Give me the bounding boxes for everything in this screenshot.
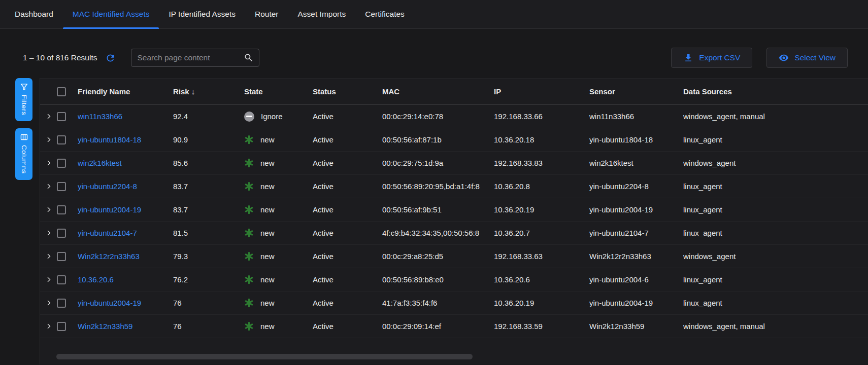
expand-chevron-icon[interactable]: [46, 253, 52, 260]
row-checkbox[interactable]: [57, 229, 66, 238]
ip-value: 192.168.33.63: [494, 252, 589, 261]
status-value: Active: [313, 112, 382, 121]
column-header-data-sources[interactable]: Data Sources: [683, 87, 868, 96]
tab-ip-identified-assets[interactable]: IP Identified Assets: [159, 0, 245, 28]
new-state-icon: [244, 135, 254, 144]
mac-value: 00:0c:29:75:1d:9a: [382, 159, 494, 167]
friendly-name-link[interactable]: win11n33h66: [78, 112, 122, 121]
column-header-state[interactable]: State: [244, 87, 313, 96]
data-sources-value: linux_agent: [683, 205, 868, 214]
state-label: new: [260, 159, 275, 167]
table-row[interactable]: yin-ubuntu2104-7 81.5 new Active 4f:c9:b…: [40, 222, 868, 245]
table-row[interactable]: yin-ubuntu2204-8 83.7 new Active 00:50:5…: [40, 175, 868, 198]
friendly-name-link[interactable]: yin-ubuntu1804-18: [78, 135, 141, 144]
status-value: Active: [313, 252, 382, 261]
data-sources-value: windows_agent: [683, 159, 868, 167]
row-checkbox[interactable]: [57, 275, 66, 284]
expand-chevron-icon[interactable]: [46, 230, 52, 236]
status-value: Active: [313, 299, 382, 307]
tab-asset-imports[interactable]: Asset Imports: [288, 0, 356, 28]
row-checkbox[interactable]: [57, 135, 66, 144]
expand-chevron-icon[interactable]: [46, 183, 52, 190]
table-row[interactable]: yin-ubuntu2004-19 76 new Active 41:7a:f3…: [40, 291, 868, 315]
row-checkbox[interactable]: [57, 299, 66, 308]
expand-chevron-icon[interactable]: [46, 113, 52, 120]
expand-chevron-icon[interactable]: [46, 160, 52, 166]
friendly-name-link[interactable]: yin-ubuntu2004-19: [78, 205, 141, 214]
new-state-icon: [244, 251, 254, 261]
tab-dashboard[interactable]: Dashboard: [5, 0, 63, 28]
row-checkbox[interactable]: [57, 159, 66, 168]
data-sources-value: linux_agent: [683, 182, 868, 191]
status-value: Active: [313, 275, 382, 284]
column-header-risk[interactable]: Risk↓: [173, 87, 244, 96]
horizontal-scrollbar-thumb[interactable]: [56, 354, 473, 359]
column-header-friendly-name[interactable]: Friendly Name: [78, 87, 173, 96]
table-row[interactable]: win11n33h66 92.4 Ignore Active 00:0c:29:…: [40, 105, 868, 128]
mac-value: 00:0c:29:14:e0:78: [382, 112, 494, 121]
table-row[interactable]: yin-ubuntu1804-18 90.9 new Active 00:50:…: [40, 128, 868, 152]
expand-chevron-icon[interactable]: [46, 136, 52, 143]
ip-value: 192.168.33.59: [494, 322, 589, 331]
tab-router[interactable]: Router: [245, 0, 288, 28]
ip-value: 10.36.20.6: [494, 275, 589, 284]
column-header-mac[interactable]: MAC: [382, 87, 494, 96]
risk-value: 81.5: [173, 229, 244, 237]
select-view-label: Select View: [794, 53, 836, 62]
search-input[interactable]: [138, 53, 244, 62]
new-state-icon: [244, 158, 254, 168]
sensor-value: yin-ubuntu2104-7: [589, 229, 683, 237]
friendly-name-link[interactable]: Win2k12n33h59: [78, 322, 132, 331]
table-row[interactable]: 10.36.20.6 76.2 new Active 00:50:56:89:b…: [40, 268, 868, 291]
filters-label: Filters: [20, 95, 28, 115]
status-value: Active: [313, 322, 382, 331]
state-label: new: [260, 252, 275, 261]
new-state-icon: [244, 321, 254, 331]
friendly-name-link[interactable]: yin-ubuntu2204-8: [78, 182, 137, 191]
select-view-button[interactable]: Select View: [766, 48, 848, 68]
row-checkbox[interactable]: [57, 182, 66, 191]
table-row[interactable]: Win2k12n33h59 76 new Active 00:0c:29:09:…: [40, 315, 868, 338]
mac-value: 00:50:56:89:20:95,bd:a1:4f:8: [382, 182, 494, 191]
expand-chevron-icon[interactable]: [46, 323, 52, 330]
column-header-status[interactable]: Status: [313, 87, 382, 96]
sensor-value: yin-ubuntu2004-6: [589, 275, 683, 284]
columns-icon: [20, 133, 28, 141]
risk-value: 79.3: [173, 252, 244, 261]
column-header-sensor[interactable]: Sensor: [589, 87, 683, 96]
tab-certificates[interactable]: Certificates: [355, 0, 414, 28]
state-label: new: [260, 182, 275, 191]
table-row[interactable]: win2k16ktest 85.6 new Active 00:0c:29:75…: [40, 152, 868, 175]
expand-chevron-icon[interactable]: [46, 300, 52, 306]
row-checkbox[interactable]: [57, 322, 66, 331]
row-checkbox[interactable]: [57, 205, 66, 214]
row-checkbox[interactable]: [57, 112, 66, 121]
friendly-name-link[interactable]: yin-ubuntu2004-19: [78, 299, 141, 307]
filters-button[interactable]: Filters: [15, 78, 32, 121]
ip-value: 10.36.20.18: [494, 135, 589, 144]
friendly-name-link[interactable]: Win2k12r2n33h63: [78, 252, 140, 261]
row-checkbox[interactable]: [57, 252, 66, 261]
table-row[interactable]: yin-ubuntu2004-19 83.7 new Active 00:50:…: [40, 198, 868, 222]
risk-value: 76.2: [173, 275, 244, 284]
risk-value: 83.7: [173, 205, 244, 214]
friendly-name-link[interactable]: 10.36.20.6: [78, 275, 114, 284]
table-row[interactable]: Win2k12r2n33h63 79.3 new Active 00:0c:29…: [40, 245, 868, 268]
ip-value: 10.36.20.19: [494, 299, 589, 307]
sort-desc-arrow-icon: ↓: [191, 87, 195, 96]
expand-chevron-icon[interactable]: [46, 206, 52, 213]
export-csv-button[interactable]: Export CSV: [671, 48, 752, 68]
status-value: Active: [313, 135, 382, 144]
columns-button[interactable]: Columns: [15, 128, 32, 180]
expand-chevron-icon[interactable]: [46, 276, 52, 283]
friendly-name-link[interactable]: win2k16ktest: [78, 159, 122, 167]
state-label: new: [260, 135, 275, 144]
friendly-name-link[interactable]: yin-ubuntu2104-7: [78, 229, 137, 237]
select-all-checkbox[interactable]: [57, 87, 66, 96]
state-label: new: [260, 299, 275, 307]
tab-mac-identified-assets[interactable]: MAC Identified Assets: [63, 0, 159, 28]
risk-value: 90.9: [173, 135, 244, 144]
column-header-ip[interactable]: IP: [494, 87, 589, 96]
refresh-button[interactable]: [105, 53, 116, 63]
mac-value: 00:0c:29:09:14:ef: [382, 322, 494, 331]
